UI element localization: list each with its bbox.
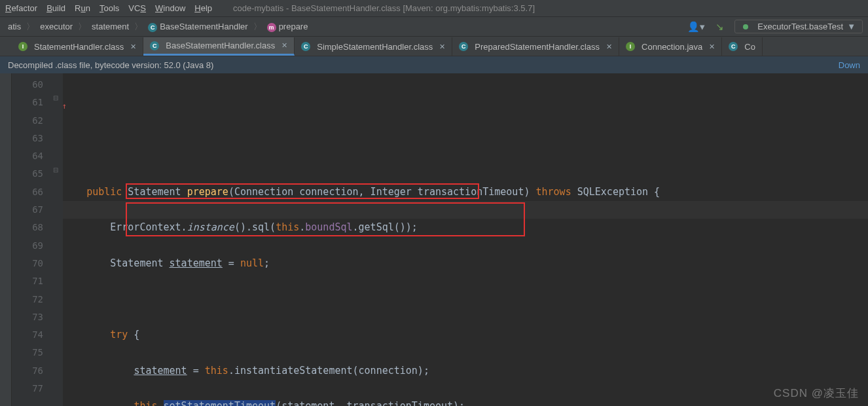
- crumb-executor[interactable]: executor: [37, 20, 75, 33]
- menu-refactor[interactable]: Refactor: [5, 3, 37, 13]
- class-icon: C: [459, 42, 468, 51]
- line-gutter: 60 61↑ 62 63 64 65 66 67 68 69 70 71 72 …: [12, 73, 50, 406]
- line-number: 61↑: [12, 94, 43, 111]
- line-number: 67: [12, 201, 43, 219]
- current-line-highlight: [63, 201, 868, 219]
- code-line: this.setStatementTimeout(statement, tran…: [63, 397, 868, 406]
- line-number: 63: [12, 130, 43, 147]
- tab-preparedstatementhandler[interactable]: CPreparedStatementHandler.class✕: [452, 37, 619, 56]
- chevron-right-icon: 〉: [78, 21, 86, 33]
- code-line: try {: [63, 326, 868, 344]
- class-icon: C: [148, 23, 157, 32]
- code-line: public Statement prepare(Connection conn…: [63, 183, 868, 201]
- fold-open-icon[interactable]: ⊟: [53, 166, 58, 174]
- line-number: 77: [12, 380, 43, 397]
- menu-bar: Refactor Build Run Tools VCS Window Help…: [0, 0, 868, 17]
- line-number: 74: [12, 326, 43, 344]
- line-number: 69: [12, 237, 43, 255]
- tab-simplestatementhandler[interactable]: CSimpleStatementHandler.class✕: [295, 37, 452, 56]
- line-number: 60: [12, 76, 43, 94]
- method-icon: m: [267, 23, 276, 32]
- chevron-right-icon: 〉: [134, 21, 143, 33]
- window-title: code-mybatis - BaseStatementHandler.clas…: [233, 3, 535, 13]
- tab-statementhandler[interactable]: IStatementHandler.class✕: [12, 37, 143, 56]
- class-icon: C: [729, 42, 738, 51]
- run-configuration-dropdown[interactable]: ExecutorTest.baseTest ▼: [734, 20, 863, 33]
- interface-icon: I: [18, 42, 27, 51]
- close-icon[interactable]: ✕: [606, 43, 612, 51]
- class-icon: C: [150, 41, 159, 50]
- run-config-label: ExecutorTest.baseTest: [757, 22, 843, 31]
- line-number: 76: [12, 362, 43, 380]
- code-line: [63, 147, 868, 165]
- watermark: CSDN @凌玉佳: [774, 386, 859, 401]
- line-number: 72: [12, 291, 43, 308]
- close-icon[interactable]: ✕: [439, 43, 445, 51]
- line-number: 73: [12, 308, 43, 326]
- close-icon[interactable]: ✕: [709, 43, 715, 51]
- menu-run[interactable]: Run: [75, 3, 90, 13]
- class-icon: C: [301, 42, 310, 51]
- banner-text: Decompiled .class file, bytecode version…: [8, 60, 213, 70]
- menu-vcs[interactable]: VCS: [128, 3, 146, 13]
- breadcrumb: atis〉 executor〉 statement〉 CBaseStatemen…: [5, 20, 310, 33]
- fold-open-icon[interactable]: ⊟: [53, 94, 58, 101]
- build-icon[interactable]: ↘: [715, 21, 724, 33]
- crumb-statement[interactable]: statement: [89, 20, 132, 33]
- interface-icon: I: [626, 42, 635, 51]
- menu-build[interactable]: Build: [46, 3, 65, 13]
- code-area[interactable]: public Statement prepare(Connection conn…: [63, 73, 868, 406]
- tab-connection[interactable]: IConnection.java✕: [619, 37, 722, 56]
- line-number: 64: [12, 147, 43, 165]
- tab-basestatementhandler[interactable]: CBaseStatementHandler.class✕: [143, 37, 295, 56]
- menu-tools[interactable]: Tools: [99, 3, 119, 13]
- user-icon[interactable]: 👤▾: [687, 21, 705, 33]
- navigation-bar: atis〉 executor〉 statement〉 CBaseStatemen…: [0, 17, 868, 37]
- chevron-right-icon: 〉: [253, 21, 262, 33]
- code-line: Statement statement = null;: [63, 255, 868, 272]
- close-icon[interactable]: ✕: [281, 41, 287, 50]
- fold-column: ⊟ ⊟: [50, 73, 63, 406]
- line-number: 66: [12, 183, 43, 201]
- line-number: 62: [12, 112, 43, 130]
- line-number: 65: [12, 165, 43, 183]
- crumb-method[interactable]: mprepare: [264, 20, 311, 33]
- chevron-right-icon: 〉: [26, 21, 35, 33]
- menu-help[interactable]: Help: [194, 3, 212, 13]
- chevron-down-icon: ▼: [847, 22, 856, 31]
- line-number: 75: [12, 344, 43, 361]
- editor-tabs: IStatementHandler.class✕ CBaseStatementH…: [0, 37, 868, 56]
- decompiled-banner: Decompiled .class file, bytecode version…: [0, 56, 868, 73]
- close-icon[interactable]: ✕: [130, 43, 136, 51]
- editor-area: 60 61↑ 62 63 64 65 66 67 68 69 70 71 72 …: [0, 73, 868, 406]
- line-number: 71: [12, 272, 43, 290]
- crumb-root[interactable]: atis: [5, 20, 24, 33]
- code-line: [63, 291, 868, 308]
- left-rail: [0, 73, 12, 406]
- code-line: statement = this.instantiateStatement(co…: [63, 362, 868, 380]
- crumb-class[interactable]: CBaseStatementHandler: [145, 20, 250, 33]
- tab-overflow[interactable]: CCo: [722, 37, 763, 56]
- line-number: 70: [12, 255, 43, 272]
- banner-link[interactable]: Down: [839, 60, 860, 70]
- menu-window[interactable]: Window: [155, 3, 185, 13]
- line-number: 68: [12, 219, 43, 236]
- code-line: ErrorContext.instance().sql(this.boundSq…: [63, 219, 868, 236]
- run-status-icon: [743, 24, 748, 29]
